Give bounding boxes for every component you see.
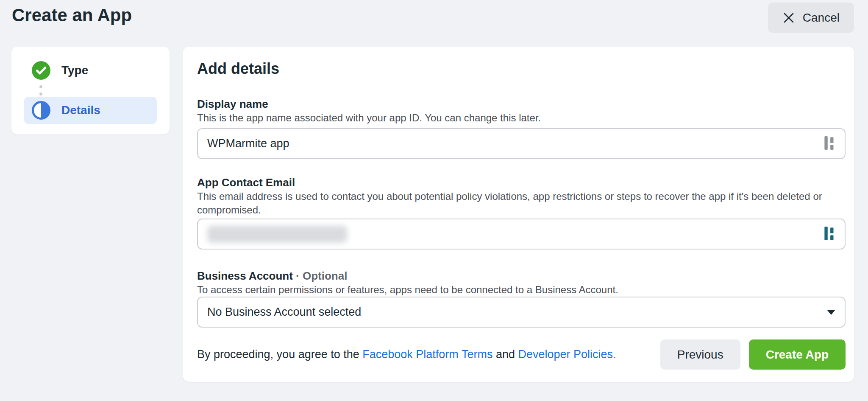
step-details-label: Details	[61, 104, 100, 117]
panel-footer: By proceeding, you agree to the Facebook…	[197, 339, 846, 370]
step-details[interactable]: Details	[24, 97, 157, 124]
step-type-label: Type	[61, 64, 88, 77]
redacted-email-value	[207, 226, 347, 243]
display-name-description: This is the app name associated with you…	[197, 111, 824, 125]
contact-email-field[interactable]	[197, 219, 846, 250]
business-account-label: Business Account · Optional	[197, 269, 846, 283]
display-name-input[interactable]	[207, 137, 823, 150]
caret-down-icon	[827, 310, 835, 315]
half-circle-progress-icon	[32, 101, 50, 120]
business-account-selected-value: No Business Account selected	[207, 306, 361, 319]
platform-terms-link[interactable]: Facebook Platform Terms	[362, 348, 492, 361]
add-details-panel: Add details Display name This is the app…	[183, 47, 854, 382]
previous-button[interactable]: Previous	[660, 339, 740, 370]
create-app-button[interactable]: Create App	[749, 339, 846, 370]
step-connector-dots	[39, 84, 157, 97]
cancel-button[interactable]: Cancel	[768, 3, 854, 33]
business-account-description: To access certain permissions or feature…	[197, 283, 824, 297]
footer-buttons: Previous Create App	[660, 339, 846, 370]
terms-text: By proceeding, you agree to the Facebook…	[197, 348, 616, 361]
stepper-card: Type Details	[11, 47, 170, 135]
business-account-dropdown[interactable]: No Business Account selected	[197, 297, 846, 328]
developer-policies-link[interactable]: Developer Policies.	[518, 348, 616, 361]
close-icon	[782, 11, 795, 24]
contact-email-description: This email address is used to contact yo…	[197, 190, 824, 217]
display-name-label: Display name	[197, 97, 846, 111]
panel-title: Add details	[197, 59, 846, 78]
create-app-page: Create an App Cancel Type	[0, 0, 868, 401]
step-type[interactable]: Type	[24, 57, 157, 84]
display-name-field[interactable]	[197, 128, 846, 159]
check-circle-icon	[32, 61, 50, 80]
password-manager-bars-icon[interactable]	[823, 135, 835, 152]
page-title: Create an App	[12, 5, 132, 25]
optional-tag: · Optional	[293, 269, 348, 282]
contact-email-label: App Contact Email	[197, 175, 846, 190]
password-manager-bars-icon[interactable]	[823, 226, 835, 243]
cancel-button-label: Cancel	[803, 11, 840, 25]
